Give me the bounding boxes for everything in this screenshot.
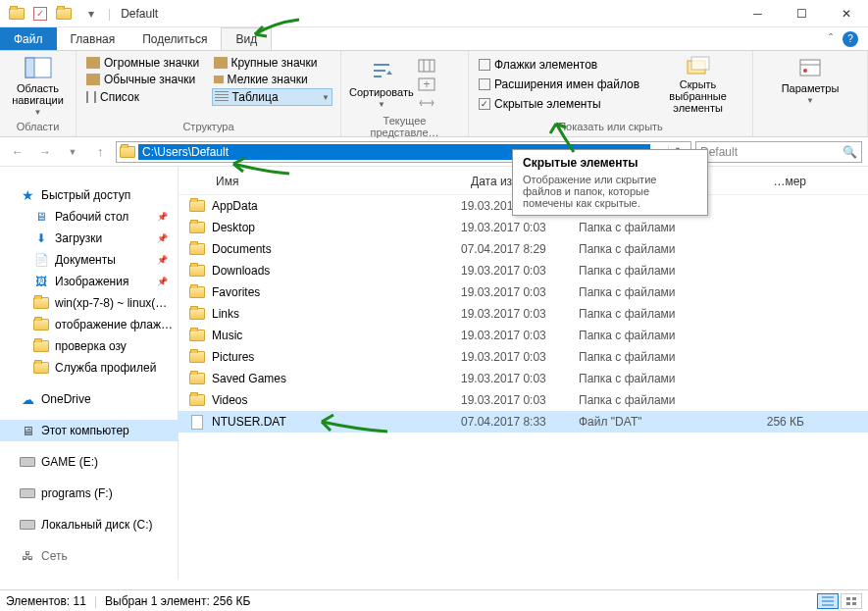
cell-type: Папка с файлами (579, 221, 726, 234)
view-icons-button[interactable] (841, 593, 862, 609)
nav-pane-label: Область навигации (8, 82, 68, 106)
qat-checkbox-icon[interactable]: ✓ (33, 7, 47, 21)
file-row[interactable]: Favorites19.03.2017 0:03Папка с файлами (179, 281, 868, 303)
col-name[interactable]: Имя (212, 173, 467, 190)
folder-icon (33, 295, 49, 311)
hide-selected-button[interactable]: Скрыть выбранные элементы (651, 55, 744, 114)
content-pane: Имя Дата измен… … …мер AppData19.03.2017… (179, 167, 868, 580)
file-row[interactable]: Links19.03.2017 0:03Папка с файлами (179, 303, 868, 325)
file-list[interactable]: AppData19.03.2017 0:03Папка с файламиDes… (179, 195, 868, 433)
folder-icon (188, 240, 206, 258)
nav-pictures[interactable]: 🖼Изображения (0, 271, 178, 292)
cell-type: Папка с файлами (579, 285, 726, 299)
nav-network[interactable]: 🖧Сеть (0, 545, 178, 567)
address-bar-row: ← → ▼ ↑ C:\Users\Default ▾ ↻ Default 🔍 (0, 137, 868, 167)
nav-onedrive[interactable]: ☁OneDrive (0, 388, 178, 410)
layout-table[interactable]: Таблица▼ (212, 88, 333, 106)
nav-drive-game[interactable]: GAME (E:) (0, 451, 178, 473)
back-button[interactable]: ← (6, 140, 29, 164)
file-row[interactable]: Videos19.03.2017 0:03Папка с файлами (179, 389, 868, 411)
view-details-button[interactable] (817, 593, 839, 609)
recent-dropdown[interactable]: ▼ (61, 140, 84, 164)
checkbox-file-extensions[interactable]: Расширения имен файлов (477, 76, 641, 92)
cell-type: Папка с файлами (579, 242, 726, 256)
layout-large[interactable]: Крупные значки (212, 55, 333, 71)
dropdown-icon: ▼ (806, 96, 814, 105)
nav-quick-access[interactable]: ★Быстрый доступ (0, 184, 178, 206)
cell-type: Папка с файлами (579, 393, 726, 407)
checkbox-hidden-items[interactable]: Скрытые элементы (477, 96, 641, 112)
file-row[interactable]: NTUSER.DAT07.04.2017 8:33Файл "DAT"256 К… (179, 411, 868, 433)
collapse-ribbon-icon[interactable]: ˆ (829, 32, 833, 46)
status-selection: Выбран 1 элемент: 256 КБ (105, 594, 250, 608)
drive-icon (20, 517, 35, 533)
minimize-button[interactable]: ─ (736, 0, 780, 27)
tab-share[interactable]: Поделиться (128, 27, 221, 50)
folder-icon (188, 262, 206, 280)
nav-drive-local-c[interactable]: Локальный диск (C:) (0, 514, 178, 535)
cell-date: 19.03.2017 0:03 (461, 285, 579, 299)
layout-list[interactable]: Список (84, 88, 206, 106)
file-row[interactable]: Pictures19.03.2017 0:03Папка с файлами (179, 346, 868, 368)
sort-button[interactable]: Сортировать ▼ (349, 55, 414, 113)
options-icon (794, 55, 826, 80)
status-bar: Элементов: 11 | Выбран 1 элемент: 256 КБ (0, 589, 868, 611)
cell-name: Videos (212, 393, 461, 407)
tab-view[interactable]: Вид (221, 27, 272, 50)
svg-rect-12 (846, 597, 850, 600)
checkbox-item-flags[interactable]: Флажки элементов (477, 57, 641, 73)
group-columns-icon[interactable] (418, 59, 435, 76)
close-button[interactable]: ✕ (824, 0, 868, 27)
add-columns-icon[interactable]: + (418, 77, 435, 94)
options-button[interactable]: Параметры ▼ (761, 55, 859, 105)
col-size[interactable]: …мер (732, 173, 810, 190)
layout-normal[interactable]: Обычные значки (84, 72, 206, 87)
layout-huge[interactable]: Огромные значки (84, 55, 206, 71)
nav-flags[interactable]: отображение флаж… (0, 314, 178, 335)
tab-file[interactable]: Файл (0, 27, 57, 50)
nav-profiles[interactable]: Служба профилей (0, 357, 178, 379)
forward-button[interactable]: → (33, 140, 57, 164)
tab-home[interactable]: Главная (57, 27, 129, 50)
file-row[interactable]: Documents07.04.2017 8:29Папка с файлами (179, 238, 868, 260)
help-icon[interactable]: ? (842, 31, 858, 47)
folder-icon (188, 327, 206, 344)
navigation-pane-button[interactable]: Область навигации ▼ (8, 55, 68, 117)
nav-drive-programs[interactable]: programs (F:) (0, 483, 178, 504)
nav-desktop[interactable]: 🖥Рабочий стол (0, 206, 178, 228)
cell-type: Файл "DAT" (579, 415, 726, 429)
size-columns-icon[interactable] (418, 96, 435, 113)
cell-name: Links (212, 307, 461, 321)
qat-dropdown-icon[interactable]: ▾ (80, 3, 102, 25)
cell-type: Папка с файлами (579, 264, 726, 278)
cell-date: 19.03.2017 0:03 (461, 307, 579, 321)
drive-icon (20, 485, 35, 501)
cell-name: NTUSER.DAT (212, 415, 461, 429)
cell-date: 19.03.2017 0:03 (461, 264, 579, 278)
nav-this-pc[interactable]: 🖥Этот компьютер (0, 420, 178, 441)
qat-folder-icon[interactable] (53, 3, 75, 25)
layout-small[interactable]: Мелкие значки (212, 72, 333, 87)
downloads-icon: ⬇ (33, 230, 49, 246)
folder-icon (33, 317, 49, 332)
nav-documents[interactable]: 📄Документы (0, 249, 178, 271)
cell-size: 256 КБ (726, 415, 804, 429)
file-row[interactable]: Desktop19.03.2017 0:03Папка с файлами (179, 217, 868, 238)
up-button[interactable]: ↑ (88, 140, 112, 164)
cell-name: AppData (212, 199, 461, 213)
sort-icon (366, 59, 397, 84)
cell-date: 07.04.2017 8:33 (461, 415, 579, 429)
maximize-button[interactable]: ☐ (780, 0, 824, 27)
nav-ram[interactable]: проверка озу (0, 335, 178, 357)
file-row[interactable]: Downloads19.03.2017 0:03Папка с файлами (179, 260, 868, 281)
file-row[interactable]: Music19.03.2017 0:03Папка с файлами (179, 325, 868, 346)
nav-winxp[interactable]: win(xp-7-8) ~ linux(… (0, 292, 178, 314)
navigation-pane[interactable]: ★Быстрый доступ 🖥Рабочий стол ⬇Загрузки … (0, 167, 179, 580)
star-icon: ★ (20, 187, 35, 203)
search-box[interactable]: Default 🔍 (695, 141, 862, 163)
nav-downloads[interactable]: ⬇Загрузки (0, 228, 178, 249)
file-row[interactable]: Saved Games19.03.2017 0:03Папка с файлам… (179, 368, 868, 389)
svg-rect-13 (852, 597, 856, 600)
system-folder-icon[interactable] (6, 3, 27, 25)
dropdown-icon: ▼ (34, 108, 42, 117)
